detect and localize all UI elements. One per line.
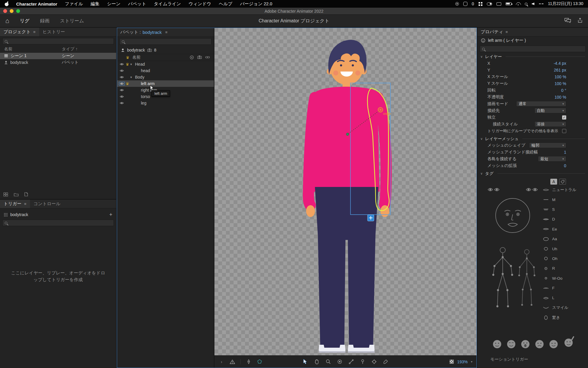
skeleton-figure-right[interactable] (518, 250, 535, 306)
section-layer[interactable]: ∨レイヤー (477, 54, 588, 60)
chevron-down-icon[interactable]: ▾ (130, 75, 135, 79)
viseme-r[interactable]: R (543, 263, 577, 273)
viseme-f[interactable]: F (543, 283, 577, 293)
tab-control[interactable]: コントロール (30, 200, 64, 208)
panel-menu-icon[interactable]: ≡ (165, 30, 168, 34)
warning-icon[interactable] (229, 359, 235, 365)
minimize-window-button[interactable] (10, 9, 14, 13)
eye-icon[interactable] (119, 95, 124, 98)
blend-mode-dropdown[interactable]: 通常▾ (516, 101, 566, 107)
menu-puppet[interactable]: パペット (128, 1, 146, 7)
project-row-scene[interactable]: シーン 1 シーン (0, 53, 116, 59)
tab-project[interactable]: プロジェクト ≡ (0, 28, 39, 36)
section-tags[interactable]: ∨タグ (477, 170, 588, 177)
project-search[interactable] (2, 38, 114, 44)
emotion-smile-icon[interactable] (506, 339, 516, 349)
home-icon[interactable]: ⌂ (5, 18, 9, 24)
launchpad-icon[interactable] (479, 2, 482, 6)
tab-rig[interactable]: リグ (20, 18, 29, 24)
project-search-input[interactable] (9, 39, 111, 44)
comments-icon[interactable] (564, 18, 571, 24)
prop-x-scale[interactable]: X スケール100 % (477, 73, 588, 80)
new-folder-icon[interactable] (14, 193, 19, 196)
record-origin-icon[interactable] (337, 359, 343, 365)
trigger-set-row[interactable]: bodytrack + (0, 211, 116, 218)
eye-icon[interactable] (119, 63, 124, 66)
menu-edit[interactable]: 編集 (91, 1, 99, 7)
viseme-ee[interactable]: Ee (543, 224, 577, 234)
prop-mesh-expand[interactable]: メッシュの拡張0 (477, 162, 588, 169)
viseme-uh[interactable]: Uh (543, 244, 577, 253)
add-trigger-button[interactable]: + (109, 212, 112, 217)
brush-tool-icon[interactable] (383, 359, 389, 365)
grid-view-icon[interactable] (4, 193, 8, 196)
viseme-aa[interactable]: Aa (543, 234, 577, 244)
auto-tag-button[interactable]: A (550, 179, 557, 185)
viseme-oh[interactable]: Oh (543, 254, 577, 263)
viseme-d[interactable]: D (543, 214, 577, 224)
camera-icon[interactable] (197, 55, 202, 59)
mesh-shape-icon[interactable] (256, 359, 262, 365)
viseme-neutral[interactable]: ニュートラル (543, 185, 577, 195)
control-center-icon[interactable] (539, 3, 544, 5)
hide-others-checkbox[interactable] (562, 129, 566, 133)
tree-row-head[interactable]: head (117, 67, 214, 74)
rig-canvas[interactable]: origin (214, 28, 477, 355)
face-tags-diagram[interactable] (486, 185, 539, 235)
chevron-down-icon[interactable]: ▾ (130, 62, 135, 66)
puppet-search[interactable] (119, 38, 211, 45)
tree-row-body-group[interactable]: ▾ Body (117, 74, 214, 80)
zoom-level[interactable]: 193% (457, 359, 468, 364)
apple-icon[interactable] (5, 2, 9, 6)
chevron-down-icon[interactable]: ▾ (471, 360, 472, 363)
creative-cloud-icon[interactable] (463, 2, 467, 6)
character-left-hand[interactable] (306, 205, 315, 217)
crosshair-tool-icon[interactable] (371, 359, 377, 365)
column-type[interactable]: タイプ ↑ (62, 47, 78, 52)
puppet-search-input[interactable] (126, 39, 209, 44)
link-icon[interactable] (205, 55, 210, 59)
tab-trigger[interactable]: トリガー ≡ (0, 200, 30, 208)
viseme-m[interactable]: M (543, 195, 577, 204)
stick-tool-icon[interactable] (348, 359, 354, 365)
new-item-icon[interactable] (24, 192, 28, 196)
eye-icon[interactable] (119, 82, 124, 85)
expand-icon[interactable]: › (219, 359, 224, 365)
display-icon[interactable] (497, 2, 501, 6)
volume-icon[interactable] (532, 3, 534, 5)
tree-row-leg[interactable]: leg (117, 100, 214, 106)
eye-icon[interactable] (119, 76, 124, 79)
prop-y-scale[interactable]: Y スケール100 % (477, 80, 588, 87)
left-eye-tag-icon[interactable] (488, 188, 499, 191)
tree-row-head-group[interactable]: ♛ ▾ Head (117, 61, 214, 67)
eye-icon[interactable] (119, 89, 124, 92)
toggle-icon[interactable] (487, 2, 492, 6)
stamp-tool-icon[interactable] (246, 359, 251, 365)
hand-tool-icon[interactable] (314, 359, 320, 365)
share-icon[interactable] (577, 18, 583, 24)
record-indicator-icon[interactable] (455, 2, 459, 6)
menu-version[interactable]: バージョン 22.0 (240, 1, 272, 7)
viseme-l[interactable]: L (543, 293, 577, 303)
zoom-tool-icon[interactable] (325, 359, 331, 365)
emotion-wave-icon[interactable] (563, 336, 574, 348)
add-handle-button[interactable] (367, 215, 374, 221)
viseme-w-oo[interactable]: W-Oo (543, 273, 577, 283)
character-head[interactable] (327, 40, 367, 85)
attach-to-dropdown[interactable]: 自動▾ (534, 108, 566, 113)
panel-menu-icon[interactable]: ≡ (506, 30, 508, 34)
project-row-puppet[interactable]: bodytrack パペット (0, 59, 116, 66)
column-name[interactable]: 名前 (0, 47, 62, 52)
emotion-wink-icon[interactable] (549, 339, 559, 349)
character-legs[interactable] (315, 187, 379, 353)
spotlight-icon[interactable] (525, 3, 527, 5)
pin-tool-icon[interactable] (360, 359, 366, 365)
emotion-open-icon[interactable] (520, 339, 530, 349)
mesh-shape-dropdown[interactable]: 輪郭▾ (529, 142, 566, 148)
viseme-s[interactable]: S (543, 205, 577, 214)
prop-rotation[interactable]: 回転0 ° (477, 87, 588, 94)
record-takes-icon[interactable] (190, 55, 194, 59)
prop-mesh-island[interactable]: メッシュアイランド接続幅1 (477, 149, 588, 155)
menubar-clock[interactable]: 11月22日(月) 13:30 (548, 1, 583, 6)
prop-x[interactable]: X-4.4 px (477, 60, 588, 67)
